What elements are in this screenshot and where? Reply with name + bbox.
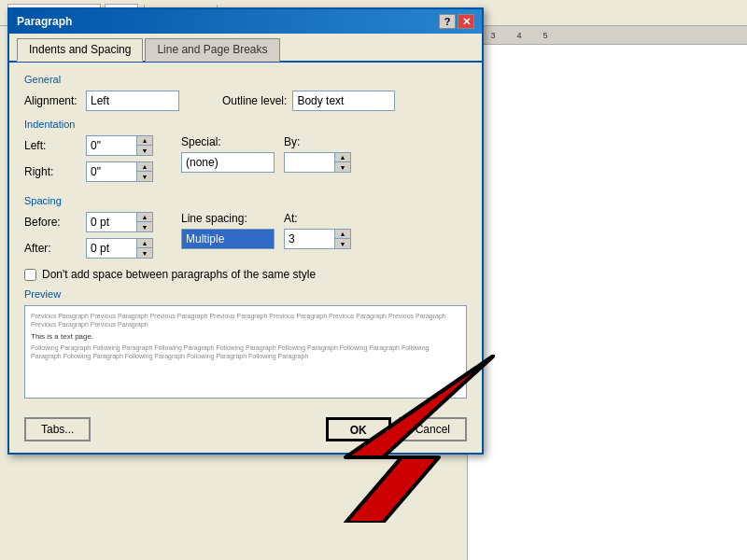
ok-button[interactable]: OK (326, 417, 391, 441)
dialog-content: General Alignment: Left Center Right Jus… (9, 63, 482, 410)
line-spacing-select-wrapper: Multiple Single 1.5 lines Double At leas… (181, 229, 275, 249)
ok-cancel-group: OK Cancel (326, 417, 467, 441)
special-label: Special: (181, 135, 275, 148)
special-select[interactable]: (none) First line Hanging (181, 152, 275, 173)
by-field-group: By: ▲ ▼ (284, 135, 351, 188)
after-up[interactable]: ▲ (137, 239, 152, 248)
before-input[interactable] (86, 212, 137, 232)
left-indent-label: Left: (24, 139, 80, 152)
by-up[interactable]: ▲ (335, 153, 350, 162)
at-label: At: (284, 212, 351, 225)
cancel-button[interactable]: Cancel (399, 417, 467, 441)
general-section-label: General (24, 74, 467, 85)
preview-text-after: Following Paragraph Following Paragraph … (31, 343, 460, 360)
help-button[interactable]: ? (439, 14, 456, 29)
checkbox-label: Don't add space between paragraphs of th… (42, 268, 316, 281)
same-style-checkbox[interactable] (24, 269, 36, 281)
after-row: After: ▲ ▼ (24, 238, 153, 259)
line-spacing-field-group: Line spacing: Multiple Single 1.5 lines … (181, 212, 275, 249)
at-field-group: At: ▲ ▼ (284, 212, 351, 249)
right-indent-up[interactable]: ▲ (137, 162, 152, 172)
tab-line-page-breaks[interactable]: Line and Page Breaks (145, 38, 279, 62)
right-indent-down[interactable]: ▼ (137, 172, 152, 181)
outline-select[interactable]: Body text Level 1 Level 2 (292, 91, 395, 111)
before-up[interactable]: ▲ (137, 213, 152, 222)
before-row: Before: ▲ ▼ (24, 212, 153, 232)
by-down[interactable]: ▼ (335, 162, 350, 172)
alignment-select-wrapper: Left Center Right Justified (86, 91, 179, 111)
dialog-titlebar: Paragraph ? ✕ (9, 9, 482, 34)
before-spin: ▲ ▼ (86, 212, 153, 232)
by-input[interactable] (284, 152, 335, 173)
line-spacing-select[interactable]: Multiple Single 1.5 lines Double At leas… (181, 229, 275, 249)
left-indent-row: Left: ▲ ▼ (24, 135, 153, 156)
before-spinners: ▲ ▼ (137, 212, 153, 232)
at-up[interactable]: ▲ (335, 230, 350, 239)
tab-indents-spacing[interactable]: Indents and Spacing (17, 38, 143, 62)
after-label: After: (24, 242, 80, 255)
dialog-buttons: Tabs... OK Cancel (9, 410, 482, 453)
alignment-row: Alignment: Left Center Right Justified O… (24, 91, 467, 111)
outline-label: Outline level: (222, 94, 287, 107)
spacing-left-group: Before: ▲ ▼ After: (24, 212, 153, 264)
paragraph-dialog: Paragraph ? ✕ Indents and Spacing Line a… (7, 7, 484, 455)
right-indent-spinners: ▲ ▼ (137, 161, 153, 182)
at-down[interactable]: ▼ (335, 239, 350, 248)
alignment-label: Alignment: (24, 94, 80, 107)
left-indent-input[interactable] (86, 135, 137, 156)
special-group: Special: (none) First line Hanging By: (181, 135, 351, 188)
tabs-button[interactable]: Tabs... (24, 417, 91, 441)
preview-label: Preview (24, 288, 467, 300)
after-down[interactable]: ▼ (137, 248, 152, 258)
left-indent-down[interactable]: ▼ (137, 146, 152, 155)
special-field-group: Special: (none) First line Hanging (181, 135, 275, 188)
line-spacing-label: Line spacing: (181, 212, 275, 225)
before-label: Before: (24, 216, 80, 229)
dialog-overlay: Paragraph ? ✕ Indents and Spacing Line a… (0, 0, 747, 560)
after-spin: ▲ ▼ (86, 238, 153, 259)
close-button[interactable]: ✕ (458, 14, 474, 29)
after-spinners: ▲ ▼ (137, 238, 153, 259)
by-spinners: ▲ ▼ (335, 152, 351, 173)
alignment-select[interactable]: Left Center Right Justified (86, 91, 179, 111)
right-indent-input[interactable] (86, 161, 137, 182)
titlebar-buttons: ? ✕ (439, 14, 474, 29)
left-indent-spin: ▲ ▼ (86, 135, 153, 156)
by-label: By: (284, 135, 351, 148)
at-spin: ▲ ▼ (284, 229, 351, 249)
right-indent-row: Right: ▲ ▼ (24, 161, 153, 182)
line-spacing-group: Line spacing: Multiple Single 1.5 lines … (181, 212, 351, 264)
left-indent-spinners: ▲ ▼ (137, 135, 153, 156)
outline-select-wrapper: Body text Level 1 Level 2 (292, 91, 395, 111)
checkbox-row: Don't add space between paragraphs of th… (24, 268, 467, 281)
right-indent-spin: ▲ ▼ (86, 161, 153, 182)
after-input[interactable] (86, 238, 137, 259)
special-select-wrapper: (none) First line Hanging (181, 152, 275, 173)
spacing-section-label: Spacing (24, 195, 467, 206)
indentation-section-label: Indentation (24, 119, 467, 130)
right-indent-label: Right: (24, 165, 80, 178)
left-indent-up[interactable]: ▲ (137, 136, 152, 146)
dialog-title: Paragraph (17, 15, 72, 28)
before-down[interactable]: ▼ (137, 222, 152, 231)
preview-text-before: Previous Paragraph Previous Paragraph Pr… (31, 312, 460, 329)
preview-sample-text: This is a text page. (31, 332, 460, 341)
by-spin: ▲ ▼ (284, 152, 351, 173)
at-input[interactable] (284, 229, 335, 249)
at-spinners: ▲ ▼ (335, 229, 351, 249)
dialog-tabs: Indents and Spacing Line and Page Breaks (9, 34, 482, 63)
preview-box: Previous Paragraph Previous Paragraph Pr… (24, 305, 467, 399)
indentation-left-group: Left: ▲ ▼ Right: (24, 135, 153, 188)
preview-section: Preview Previous Paragraph Previous Para… (24, 288, 467, 399)
